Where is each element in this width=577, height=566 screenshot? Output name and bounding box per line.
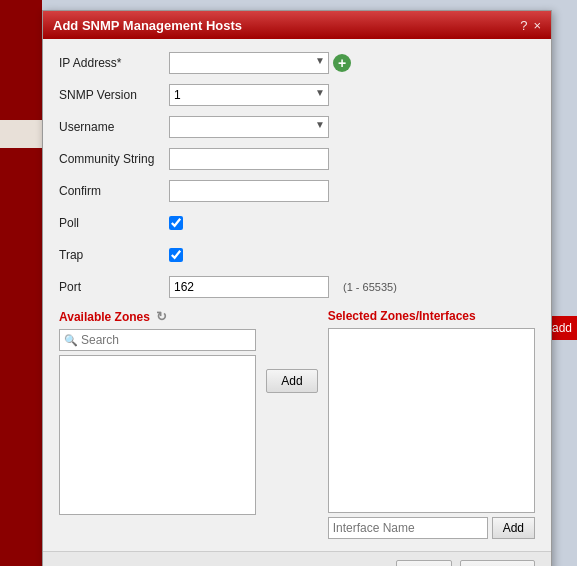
dialog-body: IP Address* + SNMP Version 1 2c 3 — [43, 39, 551, 551]
help-button[interactable]: ? — [520, 18, 527, 33]
port-row: Port (1 - 65535) — [59, 275, 535, 299]
port-control: (1 - 65535) — [169, 276, 535, 298]
dialog: Add SNMP Management Hosts ? × IP Address… — [42, 10, 552, 566]
dialog-title: Add SNMP Management Hosts — [53, 18, 242, 33]
username-control — [169, 116, 535, 138]
dialog-controls: ? × — [520, 18, 541, 33]
username-select[interactable] — [169, 116, 329, 138]
selected-zones-list[interactable] — [328, 328, 535, 513]
ok-button[interactable]: OK — [396, 560, 451, 566]
dialog-titlebar: Add SNMP Management Hosts ? × — [43, 11, 551, 39]
ip-address-add-button[interactable]: + — [333, 54, 351, 72]
snmp-version-row: SNMP Version 1 2c 3 — [59, 83, 535, 107]
selected-zones-label: Selected Zones/Interfaces — [328, 309, 535, 323]
poll-row: Poll — [59, 211, 535, 235]
add-middle-section: Add — [266, 309, 317, 393]
poll-label: Poll — [59, 216, 169, 230]
confirm-label: Confirm — [59, 184, 169, 198]
ip-address-label: IP Address* — [59, 56, 169, 70]
add-zone-button[interactable]: Add — [266, 369, 317, 393]
poll-checkbox[interactable] — [169, 216, 183, 230]
selected-zones-panel: Selected Zones/Interfaces Add — [328, 309, 535, 539]
port-input[interactable] — [169, 276, 329, 298]
available-zones-list[interactable] — [59, 355, 256, 515]
trap-control — [169, 248, 535, 262]
username-row: Username — [59, 115, 535, 139]
sidebar-selected-item[interactable] — [0, 120, 42, 148]
interface-add-button[interactable]: Add — [492, 517, 535, 539]
cancel-button[interactable]: Cancel — [460, 560, 535, 566]
ip-address-select-wrap — [169, 52, 329, 74]
interface-row: Add — [328, 517, 535, 539]
available-zones-label: Available Zones ↻ — [59, 309, 256, 324]
username-select-wrap — [169, 116, 329, 138]
username-label: Username — [59, 120, 169, 134]
community-string-control — [169, 148, 535, 170]
snmp-version-control: 1 2c 3 — [169, 84, 535, 106]
confirm-row: Confirm — [59, 179, 535, 203]
port-label: Port — [59, 280, 169, 294]
close-button[interactable]: × — [533, 18, 541, 33]
snmp-version-label: SNMP Version — [59, 88, 169, 102]
refresh-icon[interactable]: ↻ — [156, 309, 167, 324]
sidebar — [0, 0, 42, 566]
poll-control — [169, 216, 535, 230]
community-string-label: Community String — [59, 152, 169, 166]
search-box: 🔍 — [59, 329, 256, 351]
trap-row: Trap — [59, 243, 535, 267]
community-string-input[interactable] — [169, 148, 329, 170]
trap-label: Trap — [59, 248, 169, 262]
snmp-version-select[interactable]: 1 2c 3 — [169, 84, 329, 106]
search-icon: 🔍 — [64, 334, 78, 347]
available-zones-panel: Available Zones ↻ 🔍 — [59, 309, 256, 515]
confirm-input[interactable] — [169, 180, 329, 202]
ip-address-select[interactable] — [169, 52, 329, 74]
search-input[interactable] — [81, 333, 251, 347]
trap-checkbox[interactable] — [169, 248, 183, 262]
interface-name-input[interactable] — [328, 517, 488, 539]
community-string-row: Community String — [59, 147, 535, 171]
snmp-version-select-wrap: 1 2c 3 — [169, 84, 329, 106]
zones-section: Available Zones ↻ 🔍 Add Selected Zones/I… — [59, 309, 535, 539]
sidebar-top — [0, 0, 42, 120]
dialog-footer: OK Cancel — [43, 551, 551, 566]
ip-address-row: IP Address* + — [59, 51, 535, 75]
port-range-hint: (1 - 65535) — [343, 281, 397, 293]
ip-address-control: + — [169, 52, 535, 74]
confirm-control — [169, 180, 535, 202]
